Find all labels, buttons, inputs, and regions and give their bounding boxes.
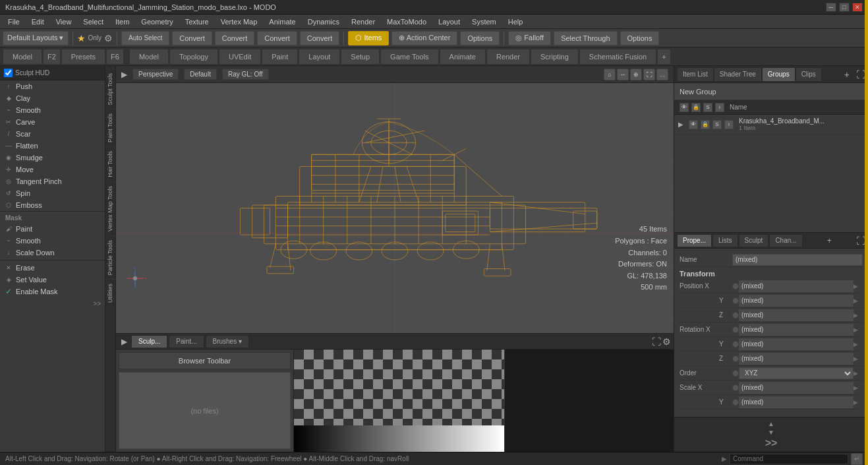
menu-render[interactable]: Render [346,16,380,27]
rot-x-arrow[interactable]: ▶ [854,326,863,333]
tab-paint[interactable]: Paint [262,49,298,65]
select-through-btn[interactable]: Select Through [554,31,617,46]
tool-scar[interactable]: / Scar [0,128,105,140]
scroll-up-icon[interactable]: ▲ [768,420,774,427]
rot-y-value[interactable]: (mixed) [739,338,854,350]
tool-scale-down[interactable]: ↓ Scale Down [0,247,105,259]
menu-texture[interactable]: Texture [180,16,214,27]
tool-mask-smooth[interactable]: ~ Smooth [0,235,105,247]
scroll-down-icon[interactable]: ▼ [768,429,774,436]
scale-y-value[interactable]: (mixed) [739,396,854,408]
expand-button[interactable]: >> [92,300,102,307]
tool-smooth[interactable]: ~ Smooth [0,104,105,116]
convert-btn-2[interactable]: Convert [215,31,255,46]
layout-dropdown[interactable]: Default Layouts ▾ [3,31,69,46]
maximize-button[interactable]: □ [839,3,850,12]
menu-layout[interactable]: Layout [433,16,465,27]
pos-z-dot[interactable] [732,312,739,319]
tab-gametools[interactable]: Game Tools [380,49,439,65]
sidebar-tab-paint[interactable]: Paint Tools [105,109,116,146]
menu-geometry[interactable]: Geometry [136,16,178,27]
bottom-expand-icon[interactable]: ⛶ [652,336,661,347]
options-btn[interactable]: Options [460,31,500,46]
menu-maxtomodo[interactable]: MaxToModo [382,16,432,27]
group-info2-btn[interactable]: i [724,120,734,129]
group-solo-btn[interactable]: S [703,103,712,112]
falloff-btn[interactable]: ◎ Falloff [508,31,551,46]
sidebar-tab-utilities[interactable]: Utilities [105,279,116,307]
pos-x-arrow[interactable]: ▶ [854,283,863,290]
sidebar-tab-vertexmap[interactable]: Vertex Map Tools [105,181,116,235]
tool-emboss[interactable]: ⬡ Emboss [0,199,105,211]
vp-maximize-btn[interactable]: ⛶ [643,69,655,80]
tab-f6[interactable]: F6 [106,49,124,65]
pos-x-dot[interactable] [732,283,739,290]
gear-icon[interactable]: ⚙ [104,33,113,44]
tool-clay[interactable]: ◆ Clay [0,92,105,104]
menu-animate[interactable]: Animate [264,16,301,27]
right-panel-expand-btn[interactable]: >> [765,437,778,449]
tab-scripting[interactable]: Scripting [531,49,579,65]
props-tab-chan[interactable]: Chan... [769,234,802,247]
tool-flatten[interactable]: — Flatten [0,140,105,152]
viewport-canvas[interactable]: 45 Items Polygons : Face Channels: 0 Def… [116,83,674,333]
viewport-render-mode-btn[interactable]: Ray GL: Off [222,69,269,80]
vp-fit-btn[interactable]: ↔ [617,69,629,80]
tab-topology[interactable]: Topology [169,49,218,65]
rot-x-value[interactable]: (mixed) [739,324,854,336]
tab-add[interactable]: + [657,49,670,65]
scale-x-arrow[interactable]: ▶ [854,385,863,391]
group-eye-btn[interactable]: 👁 [680,103,689,112]
tool-tangent-pinch[interactable]: ◎ Tangent Pinch [0,175,105,187]
tab-uvedit[interactable]: UVEdit [219,49,261,65]
props-tab-properties[interactable]: Prope... [677,234,712,247]
scale-x-value[interactable]: (mixed) [739,382,854,394]
tool-set-value[interactable]: ◈ Set Value [0,274,105,286]
order-dot[interactable] [732,370,739,377]
rot-z-arrow[interactable]: ▶ [854,356,863,362]
props-tab-lists[interactable]: Lists [712,234,738,247]
auto-select-btn[interactable]: Auto Select [121,31,169,46]
pos-z-value[interactable]: (mixed) [739,309,854,321]
pos-x-value[interactable]: (mixed) [739,280,854,292]
bottom-tab-sculpt[interactable]: Sculp... [131,335,167,348]
vp-home-btn[interactable]: ⌂ [604,69,616,80]
tab-clips[interactable]: Clips [796,67,822,82]
action-center-btn[interactable]: ⊕ Action Center [391,31,457,46]
bottom-menu-icon[interactable]: ▶ [119,337,130,346]
props-expand-icon[interactable]: ⛶ [856,235,865,246]
tab-layout[interactable]: Layout [299,49,340,65]
pos-z-arrow[interactable]: ▶ [854,312,863,319]
group-lock2-btn[interactable]: 🔒 [701,120,710,129]
menu-file[interactable]: File [3,16,25,27]
sculpt-hud-toggle[interactable] [4,69,13,77]
items-btn[interactable]: ⬡ Items [348,31,389,46]
tool-spin[interactable]: ↺ Spin [0,187,105,199]
menu-select[interactable]: Select [78,16,109,27]
vp-settings-btn[interactable]: … [656,69,668,80]
tab-model2[interactable]: Model [129,49,169,65]
order-arrow[interactable]: ▶ [854,370,863,377]
vp-zoom-btn[interactable]: ⊕ [630,69,642,80]
sidebar-tab-hair[interactable]: Hair Tools [105,146,116,181]
command-input[interactable] [730,454,848,464]
group-item-krasukha[interactable]: ▶ 👁 🔒 S i Krasukha_4_Broadband_M... 1 It… [674,115,868,135]
scale-y-dot[interactable] [732,399,739,406]
props-tab-add[interactable]: + [825,236,834,245]
right-tab-add[interactable]: + [840,68,854,81]
group-lock-btn[interactable]: 🔒 [691,103,701,112]
menu-help[interactable]: Help [503,16,529,27]
group-solo2-btn[interactable]: S [712,120,722,129]
tool-carve[interactable]: ✂ Carve [0,116,105,128]
pos-y-dot[interactable] [732,297,739,304]
close-button[interactable]: ✕ [852,3,863,12]
tab-render[interactable]: Render [486,49,530,65]
rot-z-dot[interactable] [732,356,739,362]
viewport-menu-icon[interactable]: ▶ [121,70,127,79]
rot-y-dot[interactable] [732,341,739,348]
group-vis-btn[interactable]: 👁 [689,120,698,129]
bottom-tab-brushes[interactable]: Brushes ▾ [206,335,249,348]
pos-y-value[interactable]: (mixed) [739,295,854,307]
viewport-shading-btn[interactable]: Default [184,69,217,80]
menu-system[interactable]: System [467,16,502,27]
